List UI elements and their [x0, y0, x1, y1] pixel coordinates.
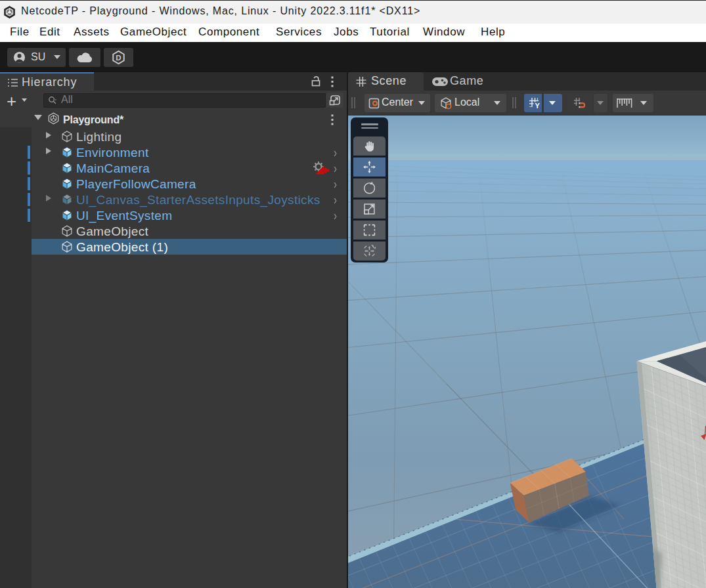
svg-text:D: D: [116, 54, 121, 62]
svg-text:Y: Y: [535, 102, 541, 109]
